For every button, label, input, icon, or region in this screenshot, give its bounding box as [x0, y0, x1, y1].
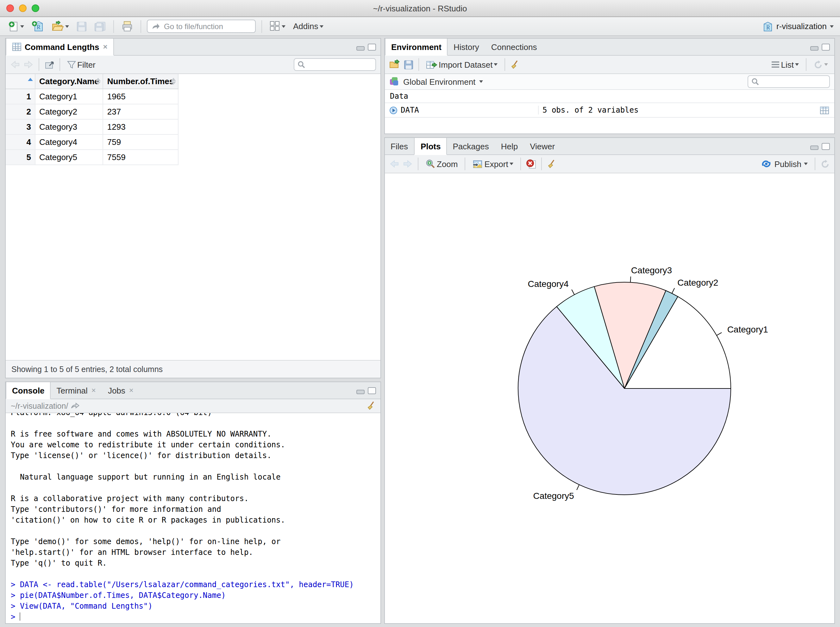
- row-number-header[interactable]: [6, 74, 35, 89]
- tab-command-lengths[interactable]: Command Lengths ×: [6, 39, 114, 56]
- table-row[interactable]: 1Category11965: [6, 89, 178, 104]
- tab-environment[interactable]: Environment: [385, 39, 448, 56]
- toolbar-separator: [113, 20, 114, 33]
- import-dataset-button[interactable]: Import Dataset: [424, 58, 500, 71]
- environment-scope-caret-icon[interactable]: [479, 80, 483, 83]
- clear-environment-broom-icon[interactable]: [510, 60, 519, 69]
- refresh-plot-icon[interactable]: [820, 159, 830, 169]
- view-table-icon[interactable]: [820, 106, 834, 114]
- goto-file-input[interactable]: [163, 21, 241, 32]
- pie-label: Category4: [527, 279, 568, 289]
- minimize-pane-icon[interactable]: [356, 389, 365, 394]
- goto-directory-icon[interactable]: [71, 402, 79, 410]
- new-file-button[interactable]: [6, 19, 26, 33]
- table-row[interactable]: 4Category4759: [6, 134, 178, 150]
- new-project-button[interactable]: R: [30, 19, 46, 33]
- console-line: Natural language support but running in …: [11, 472, 381, 483]
- table-row[interactable]: 2Category2237: [6, 104, 178, 119]
- close-icon[interactable]: ×: [103, 43, 107, 51]
- maximize-pane-icon[interactable]: [368, 43, 376, 50]
- console-output[interactable]: Platform: x86_64-apple-darwin15.6.0 (64-…: [6, 413, 381, 623]
- environment-search-input[interactable]: [748, 75, 830, 88]
- tab-packages[interactable]: Packages: [447, 138, 495, 154]
- svg-text:R: R: [766, 24, 770, 30]
- maximize-pane-icon[interactable]: [368, 387, 376, 394]
- project-menu-button[interactable]: R r-visualization: [762, 20, 834, 32]
- toolbar-separator: [60, 58, 60, 71]
- tab-viewer[interactable]: Viewer: [524, 138, 561, 154]
- pie-label-tick: [572, 290, 575, 295]
- save-icon: [77, 21, 87, 32]
- previous-plot-icon[interactable]: [389, 159, 399, 168]
- zoom-plot-button[interactable]: Zoom: [423, 158, 459, 170]
- cell-times: 1293: [103, 119, 178, 134]
- tab-files[interactable]: Files: [385, 138, 414, 154]
- nav-forward-icon[interactable]: [24, 60, 33, 69]
- open-file-caret-icon: [65, 25, 69, 28]
- publish-button[interactable]: Publish: [759, 158, 810, 170]
- toolbar-separator: [39, 58, 39, 71]
- tab-history[interactable]: History: [448, 39, 486, 55]
- minimize-pane-icon[interactable]: [810, 46, 818, 50]
- close-icon[interactable]: ×: [92, 386, 96, 395]
- nav-back-icon[interactable]: [10, 60, 20, 69]
- popout-window-icon[interactable]: [44, 60, 54, 69]
- console-line: [11, 483, 381, 493]
- open-file-button[interactable]: [49, 19, 71, 33]
- cell-category: Category2: [35, 104, 103, 119]
- addins-button[interactable]: Addins: [291, 20, 325, 32]
- tab-plots[interactable]: Plots: [414, 138, 447, 155]
- import-dataset-label: Import Dataset: [439, 60, 493, 69]
- pane-layout-button[interactable]: [268, 20, 287, 33]
- table-row[interactable]: 3Category31293: [6, 119, 178, 134]
- cell-category: Category3: [35, 119, 103, 134]
- toolbar-separator: [505, 58, 505, 71]
- goto-file-search[interactable]: [147, 20, 256, 33]
- print-button[interactable]: [120, 20, 135, 33]
- clear-console-broom-icon[interactable]: [366, 401, 375, 411]
- sort-down-icon: [171, 82, 176, 85]
- next-plot-icon[interactable]: [403, 159, 413, 168]
- table-search-input[interactable]: [294, 58, 376, 71]
- tab-jobs[interactable]: Jobs ×: [102, 382, 140, 399]
- minimize-pane-icon[interactable]: [810, 145, 818, 150]
- console-line: You are welcome to redistribute it under…: [11, 440, 381, 451]
- column-header-number-of-times[interactable]: Number.of.Times: [103, 74, 178, 89]
- save-workspace-icon[interactable]: [404, 60, 413, 69]
- clear-plots-broom-icon[interactable]: [547, 159, 556, 169]
- table-status-text: Showing 1 to 5 of 5 entries, 2 total col…: [6, 360, 381, 378]
- column-header-category-name[interactable]: Category.Name: [35, 74, 103, 89]
- table-row[interactable]: 5Category57559: [6, 150, 178, 165]
- maximize-pane-icon[interactable]: [822, 43, 830, 50]
- tab-connections[interactable]: Connections: [486, 39, 543, 55]
- load-workspace-icon[interactable]: [389, 60, 401, 69]
- save-button[interactable]: [75, 20, 88, 33]
- environment-object-row[interactable]: DATA 5 obs. of 2 variables: [385, 103, 834, 118]
- print-icon: [122, 21, 133, 32]
- tab-help[interactable]: Help: [495, 138, 524, 154]
- pie-chart: Category1Category2Category3Category4Cate…: [385, 173, 834, 623]
- tab-terminal[interactable]: Terminal ×: [51, 382, 102, 399]
- save-all-button[interactable]: [92, 20, 107, 33]
- tab-label: Help: [501, 142, 518, 151]
- tab-label: Connections: [491, 42, 537, 52]
- object-name: DATA: [401, 106, 419, 115]
- pie-label-tick: [577, 485, 579, 490]
- tab-console[interactable]: Console: [6, 382, 51, 399]
- remove-plot-icon[interactable]: [526, 159, 536, 169]
- environment-scope-label[interactable]: Global Environment: [403, 77, 475, 87]
- toolbar-separator: [261, 20, 262, 33]
- expand-object-icon[interactable]: [389, 106, 398, 114]
- console-line: [11, 461, 381, 472]
- refresh-environment-button[interactable]: [812, 58, 830, 71]
- close-icon[interactable]: ×: [129, 386, 134, 395]
- save-all-icon: [94, 21, 106, 32]
- minimize-pane-icon[interactable]: [356, 46, 365, 50]
- export-plot-button[interactable]: Export: [471, 158, 515, 170]
- maximize-pane-icon[interactable]: [822, 143, 830, 150]
- list-view-label: List: [781, 60, 794, 69]
- export-image-icon: [472, 159, 483, 169]
- list-view-button[interactable]: List: [769, 58, 801, 71]
- console-line: Type 'demo()' for some demos, 'help()' f…: [11, 537, 381, 547]
- filter-button[interactable]: Filter: [65, 58, 98, 71]
